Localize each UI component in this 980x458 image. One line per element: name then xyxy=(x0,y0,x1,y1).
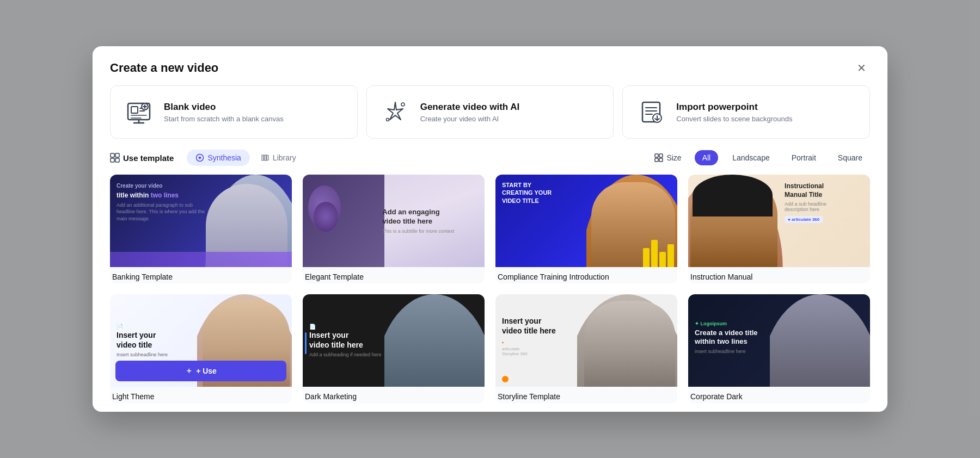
template-header: Use template Synthesia xyxy=(110,150,870,166)
close-button[interactable]: ✕ xyxy=(853,59,870,77)
ai-generate-card[interactable]: Generate video with AI Create your video… xyxy=(366,85,614,139)
template-name-storyline: Storyline Template xyxy=(495,387,677,403)
svg-rect-19 xyxy=(111,153,114,157)
ai-generate-icon xyxy=(380,97,411,127)
use-label: + Use xyxy=(196,367,217,375)
tab-library-label: Library xyxy=(273,153,296,162)
svg-rect-27 xyxy=(655,158,658,162)
template-thumb-elegant: Add an engagingvideo title here This is … xyxy=(303,175,485,267)
filter-group: Size All Landscape Portrait Square xyxy=(648,150,870,165)
template-thumb-logoipsum: ✦ Logoipsum Create a video titlewithin t… xyxy=(688,294,870,387)
synthesia-icon xyxy=(195,153,204,162)
use-template-text: Use template xyxy=(123,153,174,163)
plus-icon: ＋ xyxy=(185,366,193,376)
modal-title: Create a new video xyxy=(110,61,218,75)
close-icon: ✕ xyxy=(857,61,866,75)
blank-video-icon xyxy=(124,97,154,127)
modal-header: Create a new video ✕ xyxy=(93,46,887,85)
creation-options: Blank video Start from scratch with a bl… xyxy=(93,85,887,150)
template-thumb-storyline: Insert yourvideo title here articulateSt… xyxy=(495,294,677,387)
template-card-storyline[interactable]: Insert yourvideo title here articulateSt… xyxy=(495,294,677,403)
svg-rect-26 xyxy=(659,154,663,157)
template-name-banking: Banking Template xyxy=(110,267,292,283)
template-thumb-dark-marketing: 📄 Insert yourvideo title here Add a subh… xyxy=(303,294,485,387)
template-tabs: Synthesia Library xyxy=(187,150,304,166)
tab-synthesia[interactable]: Synthesia xyxy=(187,150,249,166)
template-name-compliance: Compliance Training Introduction xyxy=(495,267,677,283)
svg-rect-21 xyxy=(111,158,114,162)
import-ppt-title: Import powerpoint xyxy=(676,102,792,113)
template-grid: Create your video title within two lines… xyxy=(110,175,870,412)
template-card-logoipsum[interactable]: ✦ Logoipsum Create a video titlewithin t… xyxy=(688,294,870,403)
use-template-button[interactable]: ＋ + Use xyxy=(115,361,286,381)
ai-generate-text: Generate video with AI Create your video… xyxy=(420,102,520,123)
filter-square[interactable]: Square xyxy=(830,150,870,165)
template-card-instruction[interactable]: InstructionalManual Title Add a sub head… xyxy=(688,175,870,283)
template-name-instruction: Instruction Manual xyxy=(688,267,870,283)
library-icon xyxy=(261,153,270,162)
template-grid-icon xyxy=(110,153,120,163)
template-thumb-banking: Create your video title within two lines… xyxy=(110,175,292,267)
use-button-overlay: ＋ + Use xyxy=(110,355,292,387)
template-name-light: Light Theme xyxy=(110,387,292,403)
template-thumb-compliance: START BYCREATING YOURVIDEO TITLE xyxy=(495,175,677,267)
ai-generate-title: Generate video with AI xyxy=(420,102,520,113)
template-name-logoipsum: Corporate Dark xyxy=(688,387,870,403)
blank-video-card[interactable]: Blank video Start from scratch with a bl… xyxy=(110,85,358,139)
filter-all[interactable]: All xyxy=(695,150,719,165)
template-thumb-light: 📄 Insert yourvideo title Insert subheadl… xyxy=(110,294,292,387)
template-thumb-instruction: InstructionalManual Title Add a sub head… xyxy=(688,175,870,267)
svg-rect-28 xyxy=(659,158,663,162)
tab-synthesia-label: Synthesia xyxy=(207,153,241,162)
svg-point-11 xyxy=(401,103,405,106)
template-card-banking[interactable]: Create your video title within two lines… xyxy=(110,175,292,283)
template-name-elegant: Elegant Template xyxy=(303,267,485,283)
create-video-modal: Create a new video ✕ xyxy=(93,46,887,412)
template-section: Use template Synthesia xyxy=(93,150,887,412)
svg-rect-22 xyxy=(115,158,119,162)
size-filter-button[interactable]: Size xyxy=(648,150,688,165)
svg-rect-3 xyxy=(131,107,138,113)
blank-video-title: Blank video xyxy=(164,102,284,113)
use-template-label: Use template xyxy=(110,153,174,163)
svg-point-12 xyxy=(386,119,389,121)
filter-landscape[interactable]: Landscape xyxy=(725,150,777,165)
blank-video-text: Blank video Start from scratch with a bl… xyxy=(164,102,284,123)
import-ppt-icon xyxy=(636,97,666,127)
svg-point-24 xyxy=(199,157,201,159)
ai-generate-desc: Create your video with AI xyxy=(420,115,520,123)
template-card-dark-marketing[interactable]: 📄 Insert yourvideo title here Add a subh… xyxy=(303,294,485,403)
tab-library[interactable]: Library xyxy=(252,150,305,166)
filter-portrait[interactable]: Portrait xyxy=(784,150,824,165)
template-card-light[interactable]: 📄 Insert yourvideo title Insert subheadl… xyxy=(110,294,292,403)
import-ppt-card[interactable]: Import powerpoint Convert slides to scen… xyxy=(622,85,870,139)
import-ppt-text: Import powerpoint Convert slides to scen… xyxy=(676,102,792,123)
svg-rect-20 xyxy=(115,153,119,157)
size-filter-label: Size xyxy=(666,153,681,162)
blank-video-desc: Start from scratch with a blank canvas xyxy=(164,115,284,123)
import-ppt-desc: Convert slides to scene backgrounds xyxy=(676,115,792,123)
template-name-dark-marketing: Dark Marketing xyxy=(303,387,485,403)
modal-overlay[interactable]: Create a new video ✕ xyxy=(0,0,980,458)
size-icon xyxy=(654,153,663,162)
template-card-compliance[interactable]: START BYCREATING YOURVIDEO TITLE Complia… xyxy=(495,175,677,283)
template-card-elegant[interactable]: Add an engagingvideo title here This is … xyxy=(303,175,485,283)
svg-rect-25 xyxy=(655,154,658,157)
